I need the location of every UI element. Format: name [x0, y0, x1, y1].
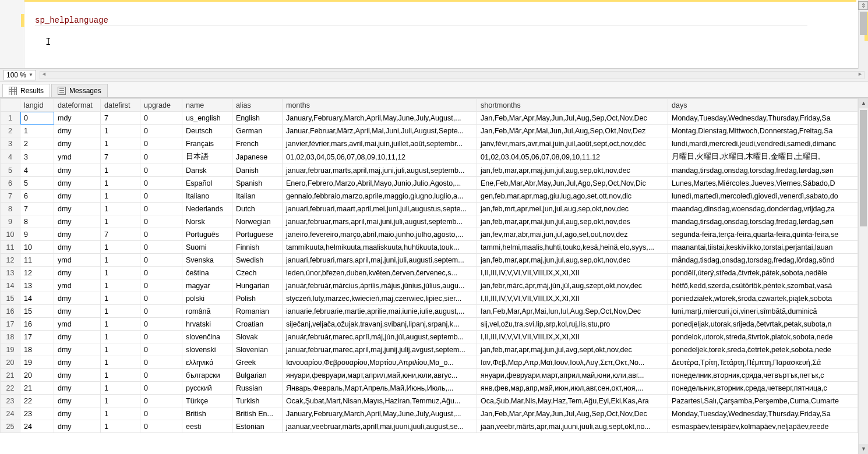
cell-months[interactable]: styczeń,luty,marzec,kwiecień,maj,czerwie…	[283, 292, 477, 305]
table-row[interactable]: 2423dmy10BritishBritish En...January,Feb…	[1, 407, 858, 420]
cell-datefirst[interactable]: 1	[101, 305, 140, 318]
cell-alias[interactable]: Portuguese	[232, 228, 283, 241]
cell-alias[interactable]: Romanian	[232, 305, 283, 318]
scroll-down-icon[interactable]: ▼	[859, 444, 868, 454]
table-row[interactable]: 1413ymd10magyarHungarianjanuár,február,m…	[1, 279, 858, 292]
cell-dateformat[interactable]: ymd	[54, 150, 101, 164]
rownum[interactable]: 12	[1, 254, 20, 267]
rownum[interactable]: 1	[1, 112, 20, 125]
cell-langid[interactable]: 1	[20, 125, 54, 137]
cell-datefirst[interactable]: 1	[101, 215, 140, 228]
cell-datefirst[interactable]: 1	[101, 395, 140, 407]
tab-results[interactable]: Results	[2, 84, 50, 97]
cell-alias[interactable]: Slovenian	[232, 343, 283, 356]
table-row[interactable]: 109dmy70PortuguêsPortuguesejaneiro,fever…	[1, 228, 858, 241]
cell-dateformat[interactable]: dmy	[54, 203, 101, 215]
cell-langid[interactable]: 13	[20, 279, 54, 292]
cell-shortmonths[interactable]: I,II,III,IV,V,VI,VII,VIII,IX,X,XI,XII	[477, 292, 668, 305]
cell-langid[interactable]: 14	[20, 292, 54, 305]
cell-upgrade[interactable]: 0	[140, 407, 182, 420]
cell-datefirst[interactable]: 1	[101, 164, 140, 177]
cell-upgrade[interactable]: 0	[140, 292, 182, 305]
cell-shortmonths[interactable]: jan,febr,márc,ápr,máj,jún,júl,aug,szept,…	[477, 279, 668, 292]
cell-days[interactable]: Δευτέρα,Τρίτη,Τετάρτη,Πέμπτη,Παρασκευή,Σ…	[668, 356, 858, 369]
cell-months[interactable]: януари,февруари,март,април,май,юни,юли,а…	[283, 369, 477, 382]
cell-dateformat[interactable]: dmy	[54, 382, 101, 395]
table-row[interactable]: 1312dmy10češtinaCzechleden,únor,březen,d…	[1, 267, 858, 279]
cell-datefirst[interactable]: 1	[101, 267, 140, 279]
table-row[interactable]: 1716ymd10hrvatskiCroatiansiječanj,veljač…	[1, 318, 858, 331]
cell-dateformat[interactable]: dmy	[54, 241, 101, 254]
table-row[interactable]: 1615dmy10românăRomanianianuarie,februari…	[1, 305, 858, 318]
cell-langid[interactable]: 16	[20, 318, 54, 331]
cell-langid[interactable]: 17	[20, 331, 54, 343]
cell-langid[interactable]: 20	[20, 369, 54, 382]
cell-shortmonths[interactable]: jan,feb,mar,apr,maj,jun,jul,avg,sept,okt…	[477, 343, 668, 356]
split-handle-icon[interactable]: ⇕	[858, 1, 868, 10]
cell-upgrade[interactable]: 0	[140, 164, 182, 177]
cell-days[interactable]: 月曜日,火曜日,水曜日,木曜日,金曜日,土曜日,	[668, 150, 858, 164]
cell-name[interactable]: Français	[182, 137, 232, 150]
cell-upgrade[interactable]: 0	[140, 203, 182, 215]
cell-months[interactable]: január,február,marec,apríl,máj,jún,júl,a…	[283, 331, 477, 343]
cell-alias[interactable]: Japanese	[232, 150, 283, 164]
cell-dateformat[interactable]: mdy	[54, 112, 101, 125]
cell-datefirst[interactable]: 1	[101, 407, 140, 420]
cell-days[interactable]: maandag,dinsdag,woensdag,donderdag,vrijd…	[668, 203, 858, 215]
cell-alias[interactable]: Swedish	[232, 254, 283, 267]
cell-datefirst[interactable]: 1	[101, 254, 140, 267]
cell-dateformat[interactable]: ymd	[54, 318, 101, 331]
cell-dateformat[interactable]: dmy	[54, 190, 101, 203]
cell-days[interactable]: ponedeljek,torek,sreda,četrtek,petek,sob…	[668, 343, 858, 356]
editor-vertical-scrollbar[interactable]: ⇕	[858, 0, 868, 69]
cell-months[interactable]: January,February,March,April,May,June,Ju…	[283, 407, 477, 420]
col-upgrade[interactable]: upgrade	[140, 99, 182, 112]
rownum[interactable]: 25	[1, 420, 20, 433]
col-months[interactable]: months	[283, 99, 477, 112]
cell-name[interactable]: eesti	[182, 420, 232, 433]
rownum[interactable]: 8	[1, 203, 20, 215]
cell-shortmonths[interactable]: 01,02,03,04,05,06,07,08,09,10,11,12	[477, 150, 668, 164]
cell-dateformat[interactable]: ymd	[54, 254, 101, 267]
cell-langid[interactable]: 6	[20, 190, 54, 203]
cell-months[interactable]: gennaio,febbraio,marzo,aprile,maggio,giu…	[283, 190, 477, 203]
cell-days[interactable]: понедельник,вторник,среда,четверг,пятниц…	[668, 382, 858, 395]
cell-datefirst[interactable]: 1	[101, 190, 140, 203]
cell-datefirst[interactable]: 1	[101, 356, 140, 369]
table-row[interactable]: 1918dmy10slovenskiSlovenianjanuar,februa…	[1, 343, 858, 356]
cell-days[interactable]: понеделник,вторник,сряда,четвъртък,петък…	[668, 369, 858, 382]
cell-days[interactable]: segunda-feira,terça-feira,quarta-feira,q…	[668, 228, 858, 241]
table-row[interactable]: 54dmy10DanskDanishjanuar,februar,marts,a…	[1, 164, 858, 177]
editor-horizontal-scrollbar[interactable]	[40, 71, 865, 79]
cell-shortmonths[interactable]: tammi,helmi,maalis,huhti,touko,kesä,hein…	[477, 241, 668, 254]
col-name[interactable]: name	[182, 99, 232, 112]
table-row[interactable]: 1211ymd10SvenskaSwedishjanuari,februari,…	[1, 254, 858, 267]
scrollbar-thumb[interactable]	[860, 110, 867, 226]
cell-alias[interactable]: Polish	[232, 292, 283, 305]
cell-months[interactable]: January,February,March,April,May,June,Ju…	[283, 112, 477, 125]
cell-upgrade[interactable]: 0	[140, 177, 182, 190]
cell-shortmonths[interactable]: jan,feb,mar,apr,maj,jun,jul,aug,sep,okt,…	[477, 254, 668, 267]
rownum[interactable]: 5	[1, 164, 20, 177]
rownum[interactable]: 22	[1, 382, 20, 395]
cell-name[interactable]: čeština	[182, 267, 232, 279]
cell-months[interactable]: 01,02,03,04,05,06,07,08,09,10,11,12	[283, 150, 477, 164]
cell-days[interactable]: mandag,tirsdag,onsdag,torsdag,fredag,lør…	[668, 215, 858, 228]
rownum[interactable]: 16	[1, 305, 20, 318]
cell-alias[interactable]: British En...	[232, 407, 283, 420]
cell-langid[interactable]: 18	[20, 343, 54, 356]
cell-months[interactable]: Enero,Febrero,Marzo,Abril,Mayo,Junio,Jul…	[283, 177, 477, 190]
cell-upgrade[interactable]: 0	[140, 228, 182, 241]
scroll-up-icon[interactable]: ▲	[859, 98, 868, 108]
table-row[interactable]: 2322dmy10TürkçeTurkishOcak,Şubat,Mart,Ni…	[1, 395, 858, 407]
rownum[interactable]: 11	[1, 241, 20, 254]
rownum[interactable]: 3	[1, 137, 20, 150]
cell-langid[interactable]: 5	[20, 177, 54, 190]
cell-dateformat[interactable]: dmy	[54, 267, 101, 279]
rownum[interactable]: 9	[1, 215, 20, 228]
cell-upgrade[interactable]: 0	[140, 190, 182, 203]
table-row[interactable]: 76dmy10ItalianoItaliangennaio,febbraio,m…	[1, 190, 858, 203]
sql-editor-pane[interactable]: sp_helplanguage I ⇕	[0, 0, 868, 69]
cell-months[interactable]: leden,únor,březen,duben,květen,červen,če…	[283, 267, 477, 279]
rownum[interactable]: 4	[1, 150, 20, 164]
